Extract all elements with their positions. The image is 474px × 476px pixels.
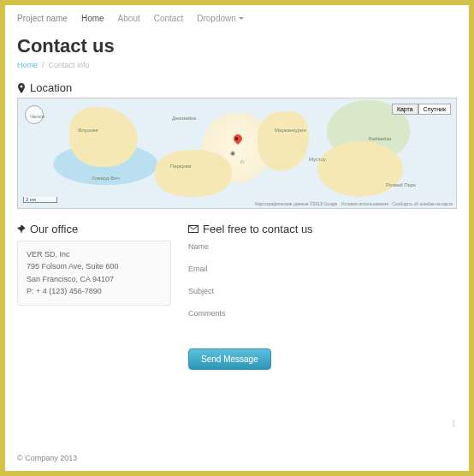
page-title: Contact us <box>17 35 457 57</box>
nav-home[interactable]: Home <box>81 14 104 23</box>
map-label: Ховард-Бич <box>92 176 120 181</box>
map-type-satellite[interactable]: Спутник <box>418 104 451 115</box>
map-label: Паркрам <box>170 164 191 169</box>
map-type-map[interactable]: Карта <box>392 104 418 115</box>
nav-dropdown-label: Dropdown <box>197 14 236 23</box>
map-label: Розвей Парк <box>386 182 416 187</box>
map-label: Муглоу <box>309 157 326 162</box>
office-address-1: 795 Folsom Ave, Suite 600 <box>27 260 162 272</box>
footer: © Company 2013 <box>17 454 77 462</box>
map-type-control: Карта Спутник <box>392 104 451 115</box>
map-scale: 2 км <box>23 197 57 203</box>
map-label: Джамайка <box>172 116 196 121</box>
map-label: Байвейки <box>369 136 391 141</box>
resize-handle-icon[interactable]: ⤡ <box>447 418 459 429</box>
breadcrumb-home[interactable]: Home <box>17 61 38 69</box>
send-message-button[interactable]: Send Message <box>188 348 271 370</box>
map-label: Челси <box>30 114 44 119</box>
office-address-2: San Francisco, CA 94107 <box>27 273 162 285</box>
label-subject: Subject <box>188 287 457 295</box>
nav-about[interactable]: About <box>118 14 140 23</box>
label-email: Email <box>188 265 457 273</box>
office-name: VER SD, Inc <box>27 248 162 260</box>
contact-form-heading: Feel free to contact us <box>188 223 457 235</box>
nav-contact[interactable]: Contact <box>154 14 183 23</box>
location-heading: Location <box>17 81 457 94</box>
map-label: Флушинг <box>78 128 99 133</box>
poi-icon: ◉ <box>230 150 235 157</box>
navbar: Project name Home About Contact Dropdown <box>17 14 457 28</box>
chevron-down-icon <box>239 17 244 20</box>
map[interactable]: Карта Спутник Флушинг Ховард-Бич Джамайк… <box>17 98 457 209</box>
nav-dropdown[interactable]: Dropdown <box>197 14 244 23</box>
pin-icon <box>17 83 26 93</box>
office-address-box: VER SD, Inc 795 Folsom Ave, Suite 600 Sa… <box>17 241 171 306</box>
breadcrumb: Home / Contact info <box>17 61 457 69</box>
office-phone: P: + 4 (123) 456-7890 <box>27 285 162 297</box>
envelope-icon <box>188 225 198 233</box>
breadcrumb-current: Contact info <box>49 61 90 69</box>
brand[interactable]: Project name <box>17 14 68 23</box>
map-label: Марканкурин <box>275 128 306 133</box>
office-heading: Our office <box>17 223 171 235</box>
pushpin-icon <box>17 225 26 234</box>
label-comments: Comments <box>188 309 457 318</box>
label-name: Name <box>188 242 457 251</box>
map-attribution: Картографические данные ©2013 Google · У… <box>255 201 453 206</box>
poi-icon: ⌂ <box>240 158 244 164</box>
